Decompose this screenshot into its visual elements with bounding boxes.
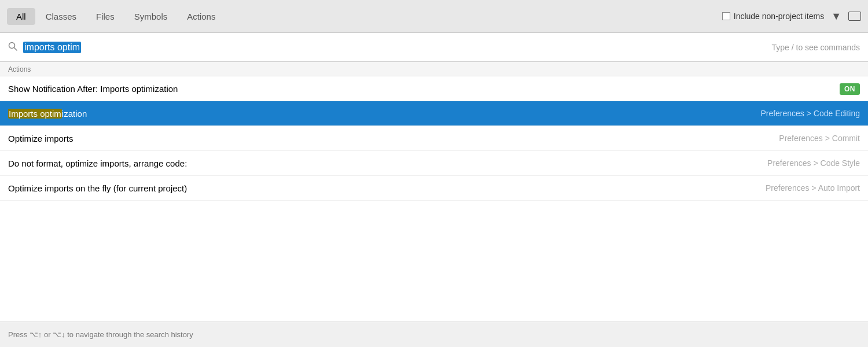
svg-line-1 — [14, 47, 17, 50]
result-text-optimize-fly: Optimize imports on the fly (for current… — [8, 183, 187, 193]
result-text-imports-optimization: Imports optimization — [8, 109, 87, 119]
bottom-hint-text: Press ⌥↑ or ⌥↓ to navigate through the s… — [8, 330, 193, 339]
tab-files[interactable]: Files — [87, 8, 124, 25]
search-input[interactable] — [81, 42, 771, 52]
result-text-optimize-imports: Optimize imports — [8, 134, 73, 143]
tab-bar: All Classes Files Symbols Actions Includ… — [0, 0, 868, 33]
result-row-optimize-fly[interactable]: Optimize imports on the fly (for current… — [0, 176, 868, 201]
result-row-left: Show Notification After: Imports optimiz… — [8, 84, 178, 94]
result-row-left-selected: Imports optimization — [8, 109, 87, 119]
result-right-do-not-format: Preferences > Code Style — [767, 158, 860, 168]
tab-classes[interactable]: Classes — [36, 8, 86, 25]
result-right-optimize-imports: Preferences > Commit — [779, 134, 860, 143]
window-icon[interactable] — [848, 12, 861, 21]
search-hint: Type / to see commands — [771, 43, 860, 52]
result-right-imports-optimization: Preferences > Code Editing — [760, 109, 860, 118]
result-row-optimize-imports[interactable]: Optimize imports Preferences > Commit — [0, 126, 868, 151]
search-query-selected: imports optim — [23, 42, 81, 53]
results-list: Show Notification After: Imports optimiz… — [0, 76, 868, 322]
result-row-left-5: Optimize imports on the fly (for current… — [8, 183, 187, 193]
result-row-left-3: Optimize imports — [8, 134, 73, 143]
result-text-show-notification: Show Notification After: Imports optimiz… — [8, 84, 178, 94]
result-right-optimize-fly: Preferences > Auto Import — [766, 183, 860, 193]
result-row-show-notification[interactable]: Show Notification After: Imports optimiz… — [0, 76, 868, 101]
result-right-show-notification: ON — [840, 84, 860, 93]
filter-icon[interactable]: ▼ — [831, 10, 841, 23]
bottom-bar: Press ⌥↑ or ⌥↓ to navigate through the s… — [0, 322, 868, 347]
include-non-project-text: Include non-project items — [734, 12, 824, 21]
tab-bar-right: Include non-project items ▼ — [722, 10, 861, 23]
include-non-project-checkbox[interactable] — [722, 12, 730, 20]
tab-actions[interactable]: Actions — [178, 8, 225, 25]
search-input-wrap: imports optim — [23, 42, 771, 53]
include-non-project-label[interactable]: Include non-project items — [722, 12, 824, 21]
search-icon — [8, 42, 17, 53]
search-bar: imports optim Type / to see commands — [0, 33, 868, 62]
result-row-imports-optimization[interactable]: Imports optimization Preferences > Code … — [0, 101, 868, 126]
result-row-do-not-format[interactable]: Do not format, optimize imports, arrange… — [0, 151, 868, 176]
tab-symbols[interactable]: Symbols — [125, 8, 177, 25]
toggle-on-badge[interactable]: ON — [840, 83, 860, 95]
result-row-left-4: Do not format, optimize imports, arrange… — [8, 158, 187, 168]
result-text-do-not-format: Do not format, optimize imports, arrange… — [8, 158, 187, 168]
section-label: Actions — [0, 62, 868, 76]
tab-all[interactable]: All — [7, 8, 35, 25]
